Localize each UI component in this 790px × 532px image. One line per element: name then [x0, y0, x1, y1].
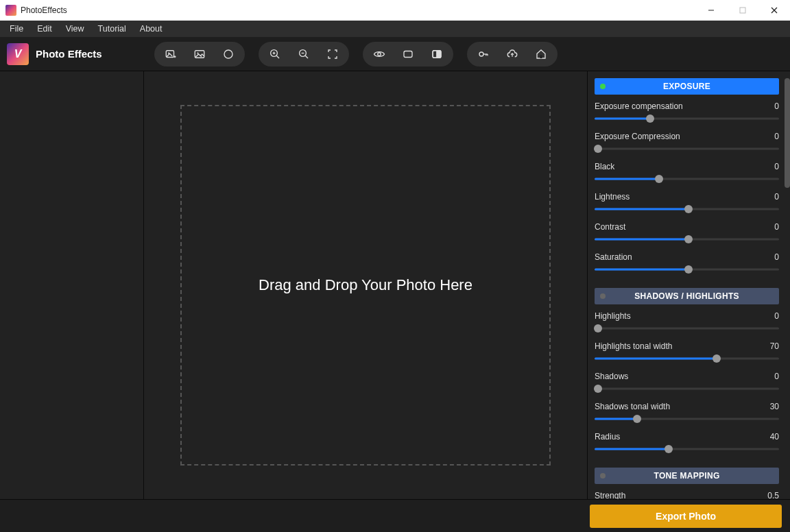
- split-view-icon: [431, 48, 443, 60]
- right-panel-scrollbar[interactable]: [785, 74, 790, 499]
- app-icon: [5, 5, 16, 16]
- slider-thumb[interactable]: [684, 235, 693, 243]
- slider[interactable]: [595, 144, 779, 154]
- slider-label: Strength: [595, 491, 625, 499]
- eye-icon: [373, 48, 385, 60]
- slider-thumb[interactable]: [646, 114, 654, 123]
- slider-value: 0: [774, 101, 779, 111]
- bottom-bar: Export Photo: [0, 499, 790, 532]
- svg-rect-29: [540, 55, 542, 58]
- brand-name: Photo Effects: [36, 48, 102, 60]
- slider-row: Highlights tonal width70: [595, 341, 779, 363]
- slider-thumb[interactable]: [684, 205, 693, 213]
- slider-thumb[interactable]: [633, 415, 641, 423]
- left-panel: [0, 71, 144, 499]
- slider[interactable]: [595, 444, 779, 454]
- close-button[interactable]: [758, 0, 790, 21]
- slider-value: 0: [774, 372, 779, 381]
- slider[interactable]: [595, 324, 779, 333]
- dropzone-label: Drag and Drop Your Photo Here: [259, 276, 472, 294]
- preview-button[interactable]: [367, 45, 392, 64]
- slider[interactable]: [595, 354, 779, 363]
- svg-point-24: [479, 52, 483, 56]
- menu-view[interactable]: View: [59, 22, 91, 36]
- slider[interactable]: [595, 234, 779, 244]
- slider-thumb[interactable]: [655, 175, 663, 183]
- app-toolbar: Photo Effects: [0, 37, 790, 71]
- brand: Photo Effects: [7, 43, 102, 65]
- slider-thumb[interactable]: [594, 324, 602, 332]
- slider-row: Exposure Compression0: [595, 132, 779, 154]
- photo-dropzone[interactable]: Drag and Drop Your Photo Here: [180, 105, 551, 466]
- main-content: Drag and Drop Your Photo Here EXPOSUREEx…: [0, 71, 790, 499]
- slider-value: 0: [774, 162, 779, 171]
- window-titlebar: PhotoEffects: [0, 0, 790, 21]
- slider-value: 70: [770, 341, 779, 351]
- slider[interactable]: [595, 204, 779, 214]
- section-header[interactable]: TONE MAPPING: [595, 468, 779, 484]
- slider-row: Radius40: [595, 432, 779, 454]
- section-header[interactable]: EXPOSURE: [595, 78, 779, 95]
- scrollbar-thumb[interactable]: [785, 78, 790, 188]
- slider[interactable]: [595, 384, 779, 394]
- image-button[interactable]: [187, 45, 212, 64]
- split-view-button[interactable]: [424, 45, 449, 64]
- home-button[interactable]: [529, 45, 553, 64]
- slider-row: Highlights0: [595, 311, 779, 333]
- section-indicator-icon: [600, 293, 606, 299]
- slider-thumb[interactable]: [594, 385, 602, 393]
- menu-bar: File Edit View Tutorial About: [0, 21, 790, 37]
- toolbar-group-zoom: [259, 42, 349, 66]
- slider-thumb[interactable]: [713, 354, 721, 363]
- slider-thumb[interactable]: [594, 145, 602, 153]
- slider-label: Exposure compensation: [595, 101, 683, 111]
- circle-button[interactable]: [216, 45, 241, 64]
- cloud-upload-button[interactable]: [500, 45, 525, 64]
- slider-label: Saturation: [595, 252, 632, 262]
- add-image-button[interactable]: [158, 45, 183, 64]
- svg-rect-19: [404, 51, 412, 57]
- slider-row: Strength0.5: [595, 491, 779, 499]
- section-title: TONE MAPPING: [654, 471, 719, 481]
- window-controls: [695, 0, 790, 21]
- svg-line-12: [276, 56, 279, 58]
- menu-about[interactable]: About: [133, 22, 169, 36]
- slider-row: Exposure compensation0: [595, 101, 779, 123]
- slider[interactable]: [595, 414, 779, 424]
- toolbar-group-view: [363, 42, 453, 66]
- zoom-out-button[interactable]: [291, 45, 316, 64]
- minimize-button[interactable]: [695, 0, 727, 21]
- slider[interactable]: [595, 265, 779, 274]
- slider-row: Contrast0: [595, 222, 779, 244]
- menu-file[interactable]: File: [3, 22, 30, 36]
- zoom-out-icon: [298, 48, 310, 60]
- zoom-in-button[interactable]: [263, 45, 287, 64]
- slider-label: Lightness: [595, 192, 630, 202]
- svg-rect-1: [740, 8, 745, 13]
- toolbar-group-misc: [467, 42, 558, 66]
- rectangle-button[interactable]: [396, 45, 420, 64]
- image-icon: [193, 48, 206, 60]
- slider-label: Shadows: [595, 372, 628, 381]
- cloud-upload-icon: [506, 48, 518, 60]
- slider-label: Black: [595, 162, 614, 171]
- slider[interactable]: [595, 174, 779, 184]
- rectangle-icon: [402, 48, 414, 60]
- menu-tutorial[interactable]: Tutorial: [91, 22, 133, 36]
- key-button[interactable]: [471, 45, 496, 64]
- svg-line-16: [305, 56, 308, 58]
- export-button[interactable]: Export Photo: [590, 505, 782, 528]
- fullscreen-button[interactable]: [320, 45, 345, 64]
- slider-label: Contrast: [595, 222, 625, 232]
- maximize-button[interactable]: [727, 0, 758, 21]
- toolbar-group-file: [154, 42, 245, 66]
- menu-edit[interactable]: Edit: [30, 22, 59, 36]
- section-title: EXPOSURE: [663, 82, 710, 91]
- svg-point-10: [224, 50, 232, 58]
- slider-thumb[interactable]: [665, 445, 673, 453]
- slider-label: Radius: [595, 432, 620, 442]
- slider[interactable]: [595, 114, 779, 123]
- section-header[interactable]: SHADOWS / HIGHLIGHTS: [595, 288, 779, 304]
- slider-row: Black0: [595, 162, 779, 184]
- slider-thumb[interactable]: [684, 265, 693, 274]
